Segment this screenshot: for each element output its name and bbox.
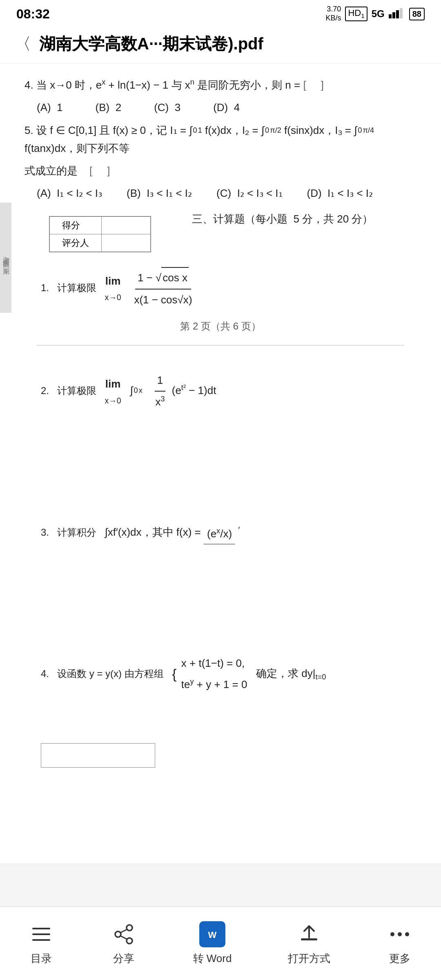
scorer-value: [102, 234, 151, 252]
calc3-statement: 3. 计算积分 ∫xf′(x)dx，其中 f(x) = (ex/x) ′: [41, 522, 416, 544]
q4-options: (A) 1 (B) 2 (C) 3 (D) 4: [37, 101, 416, 114]
calc-problem-1: 1. 计算极限 lim x→0 1 − √cos x x(1 − cos√x): [24, 266, 416, 310]
page-number: 第 2 页（共 6 页）: [24, 320, 416, 333]
svg-rect-3: [400, 8, 403, 18]
question-5: 5. 设 f ∈ C[0,1] 且 f(x) ≥ 0，记 I₁ = ∫01 f(…: [24, 121, 416, 157]
calc2-workspace: [24, 421, 416, 510]
svg-point-9: [127, 938, 132, 944]
q5-option-b: (B) I₃ < I₁ < I₂: [127, 187, 192, 200]
status-time: 08:32: [16, 7, 50, 22]
section-title: 三、计算题（每小题 5 分，共 20 分）: [192, 212, 373, 226]
svg-rect-1: [392, 12, 395, 18]
q5-option-c: (C) I₂ < I₃ < I₁: [216, 187, 282, 200]
q5-option-d: (D) I₁ < I₃ < I₂: [307, 187, 373, 200]
menu-label: 目录: [31, 951, 52, 966]
calc3-workspace: [24, 552, 416, 642]
word-button[interactable]: W 转 Word: [193, 921, 232, 966]
section-header-row: 得分 评分人 三、计算题（每小题 5 分，共 20 分）: [24, 212, 416, 255]
hd-indicator: HD1: [345, 7, 367, 21]
calc2-fraction: 1 x3: [153, 370, 167, 412]
network-speed: 3.70KB/s: [325, 5, 341, 22]
signal-5g: 5G: [372, 8, 385, 20]
battery-indicator: 88: [409, 8, 425, 20]
score-label: 得分: [50, 216, 102, 234]
share-icon: [111, 921, 137, 947]
question-4: 4. 当 x→0 时，ex + ln(1−x) − 1 与 xn 是同阶无穷小，…: [24, 76, 416, 94]
calc4-statement: 4. 设函数 y = y(x) 由方程组 { x + t(1−t) = 0, t…: [41, 654, 416, 695]
calc-problem-3: 3. 计算积分 ∫xf′(x)dx，其中 f(x) = (ex/x) ′: [24, 522, 416, 544]
svg-line-11: [120, 936, 127, 939]
word-icon: W: [199, 921, 225, 947]
more-button[interactable]: 更多: [387, 921, 413, 966]
svg-point-17: [398, 932, 402, 936]
q5-options: (A) I₁ < I₂ < I₃ (B) I₃ < I₁ < I₂ (C) I₂…: [37, 187, 416, 200]
svg-text:W: W: [208, 930, 217, 940]
status-icons: 3.70KB/s HD1 5G 88: [325, 5, 425, 22]
svg-rect-0: [389, 14, 392, 18]
more-icon: [387, 921, 413, 947]
document-title: 湖南大学高数A···期末试卷).pdf: [39, 33, 263, 55]
bottom-padding: [24, 769, 416, 851]
q5-option-a: (A) I₁ < I₂ < I₃: [37, 187, 102, 200]
q4-bracket: [ ]: [303, 79, 324, 91]
calc4-workspace: [24, 702, 416, 743]
scorer-label: 评分人: [50, 234, 102, 252]
score-value: [102, 216, 151, 234]
svg-point-18: [405, 932, 409, 936]
q4-option-d: (D) 4: [213, 101, 240, 114]
status-bar: 08:32 3.70KB/s HD1 5G 88: [0, 0, 441, 24]
menu-button[interactable]: 目录: [28, 921, 54, 966]
q4-option-b: (B) 2: [96, 101, 122, 114]
svg-rect-14: [301, 938, 317, 940]
word-label: 转 Word: [193, 951, 232, 966]
calc1-statement: 1. 计算极限 lim x→0 1 − √cos x x(1 − cos√x): [41, 266, 416, 310]
share-label: 分享: [113, 951, 134, 966]
calc-problem-4: 4. 设函数 y = y(x) 由方程组 { x + t(1−t) = 0, t…: [24, 654, 416, 695]
score-table: 得分 评分人: [49, 216, 151, 252]
open-label: 打开方式: [288, 951, 330, 966]
q5-subtext: 式成立的是 [ ]: [24, 162, 416, 180]
share-button[interactable]: 分享: [111, 921, 137, 966]
list-icon: [28, 921, 54, 947]
calc-problem-2: 2. 计算极限 lim x→0 ∫0x 1 x3 (et² − 1)dt: [24, 370, 416, 412]
signal-bars: [389, 7, 405, 21]
more-label: 更多: [389, 951, 410, 966]
svg-rect-2: [396, 10, 399, 18]
bottom-toolbar: 目录 分享 W 转 Word: [0, 906, 441, 980]
page-divider: [37, 345, 404, 345]
back-button[interactable]: 〈: [15, 33, 31, 55]
open-with-button[interactable]: 打开方式: [288, 921, 330, 966]
document-content: 湖南大学高数A期末 4. 当 x→0 时，ex + ln(1−x) − 1 与 …: [0, 64, 441, 863]
calc1-fraction: 1 − √cos x x(1 − cos√x): [131, 266, 194, 310]
q4-option-a: (A) 1: [37, 101, 63, 114]
q4-option-c: (C) 3: [154, 101, 180, 114]
sidebar-decoration: 湖南大学高数A期末: [0, 203, 11, 313]
svg-point-16: [390, 932, 394, 936]
svg-point-7: [115, 931, 121, 937]
svg-point-8: [127, 925, 132, 931]
app-header: 〈 湖南大学高数A···期末试卷).pdf: [0, 24, 441, 64]
upload-icon: [296, 921, 322, 947]
q4-text: 4. 当 x→0 时，ex + ln(1−x) − 1 与 xn 是同阶无穷小，…: [24, 79, 324, 91]
calc2-statement: 2. 计算极限 lim x→0 ∫0x 1 x3 (et² − 1)dt: [41, 370, 416, 412]
svg-line-10: [120, 929, 127, 933]
q5-text: 5. 设 f ∈ C[0,1] 且 f(x) ≥ 0，记 I₁ = ∫01 f(…: [24, 124, 374, 154]
next-score-table-partial: [41, 743, 416, 769]
